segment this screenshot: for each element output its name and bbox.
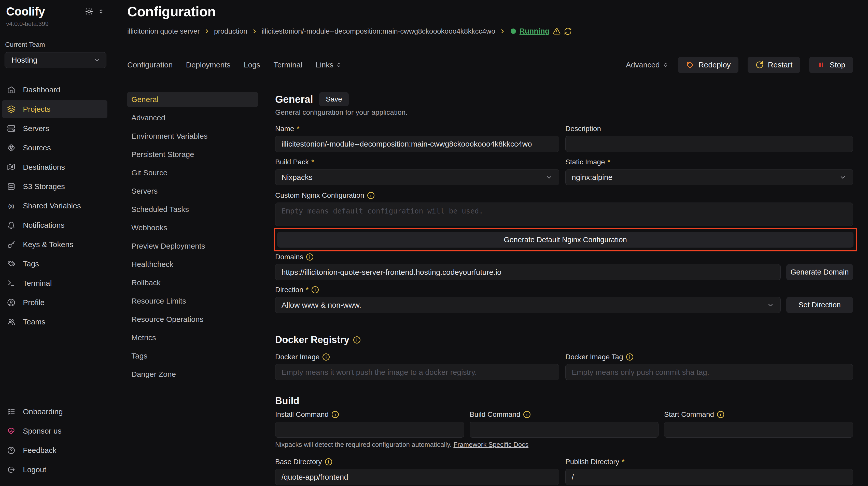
static-image-select[interactable]: nginx:alpine [565, 169, 853, 185]
subnav-tags[interactable]: Tags [127, 349, 258, 363]
build-pack-select[interactable]: Nixpacks [275, 169, 559, 185]
subnav-servers[interactable]: Servers [127, 184, 258, 198]
info-icon[interactable] [324, 458, 333, 466]
info-icon[interactable] [331, 411, 339, 419]
sidebar-item-projects[interactable]: Projects [2, 100, 107, 118]
info-icon[interactable] [626, 353, 634, 361]
sidebar-item-logout[interactable]: Logout [2, 461, 107, 479]
sidebar-item-destinations[interactable]: Destinations [2, 158, 107, 176]
tab-logs[interactable]: Logs [244, 61, 260, 69]
name-label-row: Name * [275, 125, 559, 133]
subnav-rollback[interactable]: Rollback [127, 275, 258, 290]
subnav-resource-operations[interactable]: Resource Operations [127, 312, 258, 327]
direction-select[interactable]: Allow www & non-www. [275, 297, 781, 313]
subnav-danger-zone[interactable]: Danger Zone [127, 367, 258, 382]
theme-sun-icon[interactable] [85, 7, 93, 15]
docker-registry-heading: Docker Registry [275, 334, 349, 345]
generate-domain-button[interactable]: Generate Domain [786, 264, 853, 280]
sidebar-item-label: Sources [23, 143, 51, 152]
sidebar-item-feedback[interactable]: Feedback [2, 442, 107, 459]
app-logo[interactable]: Coolify [6, 5, 45, 18]
chevron-down-icon [93, 56, 101, 64]
sidebar-item-label: Terminal [23, 279, 52, 288]
breadcrumb-project[interactable]: illicitonion quote server [127, 27, 200, 35]
description-input[interactable] [565, 136, 853, 152]
sidebar-item-label: Projects [23, 105, 51, 114]
tab-configuration[interactable]: Configuration [127, 61, 173, 69]
chevrons-up-down-icon[interactable] [98, 8, 104, 15]
info-icon[interactable] [717, 411, 725, 419]
install-command-input[interactable] [275, 422, 464, 438]
sidebar-item-teams[interactable]: Teams [2, 313, 107, 331]
sidebar-item-servers[interactable]: Servers [2, 120, 107, 137]
sidebar-item-keys-tokens[interactable]: Keys & Tokens [2, 236, 107, 253]
nginx-config-label: Custom Nginx Configuration [275, 191, 364, 199]
tab-links[interactable]: Links [316, 61, 342, 69]
sidebar-item-tags[interactable]: Tags [2, 255, 107, 273]
sidebar-item-shared-variables[interactable]: (x) Shared Variables [2, 197, 107, 215]
subnav-preview-deployments[interactable]: Preview Deployments [127, 239, 258, 253]
build-command-input[interactable] [470, 422, 658, 438]
sidebar-item-onboarding[interactable]: Onboarding [2, 403, 107, 421]
subnav-webhooks[interactable]: Webhooks [127, 220, 258, 235]
breadcrumb-environment[interactable]: production [214, 27, 247, 35]
set-direction-button[interactable]: Set Direction [786, 297, 853, 313]
general-subtitle: General configuration for your applicati… [275, 108, 853, 117]
info-icon[interactable] [322, 353, 330, 361]
docker-image-tag-input[interactable] [565, 364, 853, 380]
subnav-scheduled-tasks[interactable]: Scheduled Tasks [127, 202, 258, 217]
app-root: Coolify v4.0.0-beta.399 Current Team Hos… [0, 0, 868, 486]
info-icon[interactable] [353, 336, 361, 344]
sidebar-item-notifications[interactable]: Notifications [2, 216, 107, 234]
status-running-link[interactable]: Running [520, 27, 550, 35]
tab-deployments[interactable]: Deployments [186, 61, 230, 69]
sidebar-item-label: Shared Variables [23, 201, 81, 210]
info-icon[interactable] [367, 191, 375, 199]
start-command-input[interactable] [664, 422, 853, 438]
start-command-label-row: Start Command [664, 411, 853, 419]
required-asterisk: * [311, 158, 314, 166]
warning-triangle-icon[interactable] [553, 28, 560, 35]
base-directory-label-row: Base Directory [275, 458, 559, 466]
restart-button[interactable]: Restart [748, 57, 800, 73]
sidebar-item-terminal[interactable]: Terminal [2, 274, 107, 292]
info-icon[interactable] [311, 286, 319, 294]
breadcrumb-application[interactable]: illicitestonion/-module--decomposition:m… [262, 27, 495, 35]
subnav-general[interactable]: General [127, 92, 258, 107]
subnav-resource-limits[interactable]: Resource Limits [127, 294, 258, 309]
nginx-label-row: Custom Nginx Configuration [275, 191, 853, 199]
subnav-persistent-storage[interactable]: Persistent Storage [127, 147, 258, 162]
tab-terminal[interactable]: Terminal [274, 61, 302, 69]
nginx-config-textarea[interactable] [275, 202, 853, 226]
sidebar-item-label: Notifications [23, 221, 64, 229]
sidebar-item-profile[interactable]: Profile [2, 294, 107, 312]
advanced-dropdown[interactable]: Advanced [626, 61, 669, 69]
redeploy-button[interactable]: Redeploy [678, 57, 738, 73]
info-icon[interactable] [523, 411, 531, 419]
refresh-icon[interactable] [564, 28, 572, 35]
publish-directory-input[interactable] [565, 469, 853, 485]
sidebar-item-label: Feedback [23, 446, 57, 455]
sidebar-item-dashboard[interactable]: Dashboard [2, 81, 107, 99]
stop-button[interactable]: Stop [809, 57, 853, 73]
required-asterisk: * [297, 125, 300, 133]
info-icon[interactable] [306, 253, 314, 261]
subnav-healthcheck[interactable]: Healthcheck [127, 257, 258, 272]
domains-input[interactable] [275, 264, 781, 280]
subnav-environment-variables[interactable]: Environment Variables [127, 129, 258, 143]
sidebar-item-s3-storages[interactable]: S3 Storages [2, 177, 107, 195]
build-command-label: Build Command [470, 411, 520, 419]
subnav-advanced[interactable]: Advanced [127, 110, 258, 125]
base-directory-input[interactable] [275, 469, 559, 485]
team-select[interactable]: Hosting [5, 52, 106, 68]
subnav-metrics[interactable]: Metrics [127, 330, 258, 345]
save-button[interactable]: Save [319, 92, 349, 106]
name-input[interactable] [275, 136, 559, 152]
subnav-git-source[interactable]: Git Source [127, 165, 258, 180]
sidebar-item-sources[interactable]: Sources [2, 139, 107, 157]
docker-image-input[interactable] [275, 364, 559, 380]
generate-nginx-config-button[interactable]: Generate Default Nginx Configuration [277, 232, 854, 248]
framework-docs-link[interactable]: Framework Specific Docs [453, 441, 528, 448]
sidebar-item-sponsor[interactable]: Sponsor us [2, 422, 107, 440]
team-select-value: Hosting [11, 56, 37, 64]
